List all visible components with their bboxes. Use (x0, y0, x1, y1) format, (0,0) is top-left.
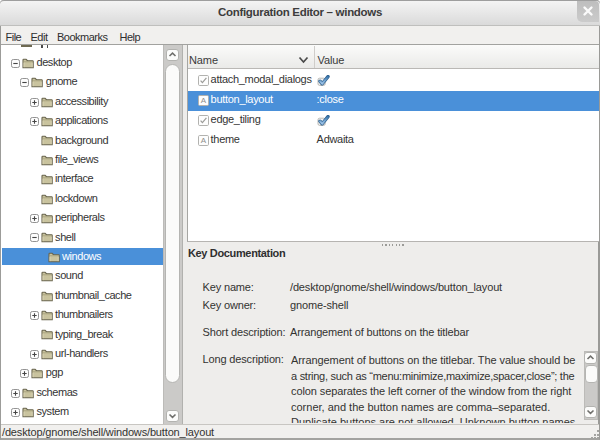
svg-text:A: A (201, 137, 207, 146)
svg-text:A: A (201, 96, 207, 105)
